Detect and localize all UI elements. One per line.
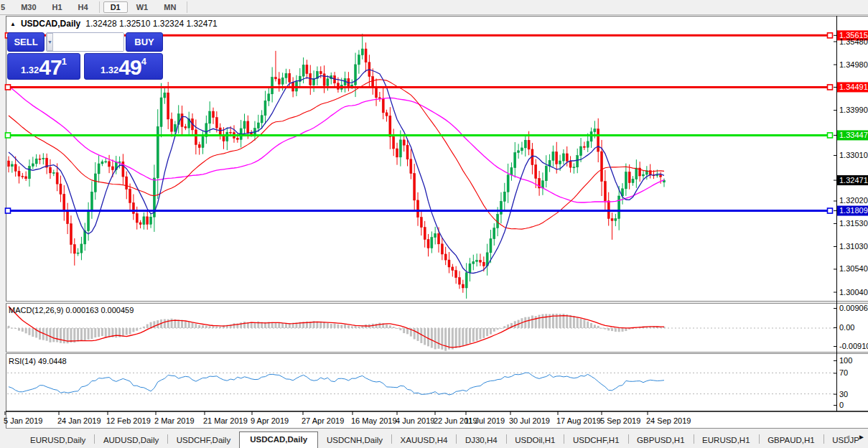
tab-usdchf-h1[interactable]: USDCHF,H1 (564, 433, 628, 448)
svg-text:1.33447: 1.33447 (839, 131, 868, 139)
svg-text:0.00: 0.00 (839, 323, 854, 332)
period-toolbar: 5M30H1H4D1W1MN (0, 0, 868, 15)
svg-text:100: 100 (839, 356, 852, 365)
svg-text:2 Mar 2019: 2 Mar 2019 (154, 416, 195, 425)
sell-price-sup: 1 (62, 56, 67, 67)
buy-price-display: 1.32 49 4 (84, 53, 163, 80)
tab-eurusd-h1[interactable]: EURUSD,H1 (694, 433, 758, 448)
sell-button[interactable]: SELL (7, 32, 45, 52)
tab-scroll-buttons: ◄ ► (844, 433, 865, 441)
tab-xauusd-h4[interactable]: XAUUSD,H4 (392, 433, 457, 448)
rsi-indicator-label: RSI(14) 49.0448 (9, 357, 67, 365)
svg-text:1.31530: 1.31530 (839, 219, 868, 228)
toolbar-separator (99, 1, 100, 13)
volume-control: ▼ ▲ (46, 32, 124, 52)
tabs-scroll-left-icon[interactable]: ◄ (844, 433, 851, 441)
macd-indicator-label: MACD(12,26,9) 0.000163 0.000459 (9, 306, 134, 314)
svg-text:1.34980: 1.34980 (839, 60, 868, 69)
svg-text:16 May 2019: 16 May 2019 (351, 416, 397, 425)
tab-gbpaud-h1[interactable]: GBPAUD,H1 (759, 433, 823, 448)
svg-text:1.33010: 1.33010 (839, 151, 868, 159)
svg-text:1.34491: 1.34491 (839, 83, 868, 91)
period-button-h1[interactable]: H1 (45, 1, 70, 13)
period-button-m30[interactable]: M30 (14, 1, 43, 13)
symbol-tab-bar: ◄ ► EURUSD,DailyAUDUSD,DailyUSDCHF,Daily… (0, 429, 868, 448)
tab-usdcnh-daily[interactable]: USDCNH,Daily (318, 433, 391, 448)
sell-price-big: 47 (39, 57, 61, 78)
collapse-icon[interactable]: ▲ (10, 21, 16, 27)
svg-text:1.33990: 1.33990 (839, 106, 868, 114)
tab-usdchf-daily[interactable]: USDCHF,Daily (168, 433, 239, 448)
buy-price-sup: 4 (141, 56, 146, 67)
buy-button[interactable]: BUY (126, 32, 163, 52)
svg-text:11 Jul 2019: 11 Jul 2019 (465, 416, 505, 425)
svg-text:1.31809: 1.31809 (839, 206, 868, 215)
period-button-5[interactable]: 5 (0, 1, 12, 13)
tab-dj30-h4[interactable]: DJ30,H4 (457, 433, 506, 448)
tabs-scroll-right-icon[interactable]: ► (858, 433, 865, 441)
buy-price-small: 1.32 (101, 65, 118, 75)
tab-gbpusd-h1[interactable]: GBPUSD,H1 (628, 433, 693, 448)
svg-text:30 Jul 2019: 30 Jul 2019 (509, 416, 550, 425)
chart-ohlc-values: 1.32428 1.32510 1.32324 1.32471 (85, 19, 218, 29)
period-button-w1[interactable]: W1 (129, 1, 156, 13)
period-button-h4[interactable]: H4 (71, 1, 95, 13)
svg-text:21 Mar 2019: 21 Mar 2019 (203, 416, 248, 425)
tab-audusd-daily[interactable]: AUDUSD,Daily (95, 433, 167, 448)
tab-usdcad-daily[interactable]: USDCAD,Daily (239, 431, 318, 448)
tab-eurusd-daily[interactable]: EURUSD,Daily (22, 433, 94, 448)
svg-text:0.009062: 0.009062 (839, 304, 868, 312)
svg-text:0: 0 (839, 401, 844, 409)
chart-symbol-label: USDCAD,Daily (21, 19, 80, 29)
svg-text:-0.009107: -0.009107 (839, 342, 868, 350)
volume-decrease-button[interactable]: ▼ (47, 33, 53, 51)
svg-text:1.32020: 1.32020 (839, 196, 868, 205)
chart-title: ▲ USDCAD,Daily 1.32428 1.32510 1.32324 1… (10, 19, 218, 29)
svg-text:5 Sep 2019: 5 Sep 2019 (600, 416, 640, 425)
svg-text:17 Aug 2019: 17 Aug 2019 (556, 416, 601, 425)
svg-text:1.31030: 1.31030 (839, 242, 868, 251)
svg-text:70: 70 (839, 368, 848, 377)
buy-price-big: 49 (118, 57, 141, 78)
svg-text:5 Jan 2019: 5 Jan 2019 (4, 416, 42, 425)
toolbar-separator (187, 1, 187, 13)
sell-price-small: 1.32 (21, 65, 39, 75)
period-button-mn[interactable]: MN (157, 1, 183, 13)
sell-price-display: 1.32 47 1 (7, 53, 80, 80)
svg-text:1.30540: 1.30540 (839, 264, 868, 273)
svg-text:27 Apr 2019: 27 Apr 2019 (302, 416, 344, 425)
one-click-trading-panel: SELL ▼ ▲ BUY 1.32 47 1 1.32 49 4 (7, 32, 163, 80)
svg-text:30: 30 (839, 390, 848, 398)
svg-text:24 Sep 2019: 24 Sep 2019 (646, 416, 691, 425)
svg-text:9 Apr 2019: 9 Apr 2019 (251, 416, 289, 425)
svg-text:4 Jun 2019: 4 Jun 2019 (396, 416, 434, 425)
svg-text:24 Jan 2019: 24 Jan 2019 (57, 416, 101, 425)
svg-text:1.32471: 1.32471 (839, 176, 868, 185)
period-button-d1[interactable]: D1 (103, 1, 128, 13)
svg-text:1.35480: 1.35480 (839, 37, 868, 46)
volume-input[interactable] (53, 33, 124, 51)
mt4-window: 1.356151.354801.349801.344911.339901.334… (0, 0, 868, 448)
svg-text:12 Feb 2019: 12 Feb 2019 (106, 416, 151, 425)
svg-text:1.30040: 1.30040 (839, 288, 868, 297)
tab-usdoil-h1[interactable]: USDOil,H1 (506, 433, 564, 448)
